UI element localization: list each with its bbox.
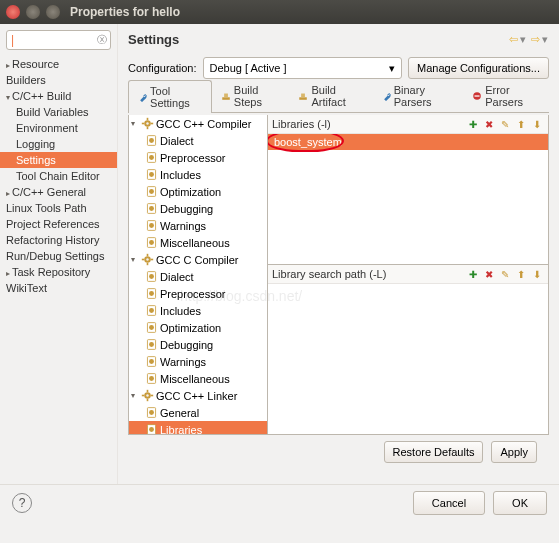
filter-input[interactable]: | ⓧ	[6, 30, 111, 50]
tool-item-debugging[interactable]: Debugging	[129, 200, 267, 217]
category-tree[interactable]: ResourceBuildersC/C++ BuildBuild Variabl…	[0, 56, 117, 296]
settings-pane: Settings ⇦▾ ⇨▾ Configuration: Debug [ Ac…	[118, 24, 559, 484]
page-icon	[145, 168, 158, 181]
page-icon	[145, 270, 158, 283]
page-icon	[145, 202, 158, 215]
libraries-list[interactable]: boost_system	[268, 134, 548, 264]
clear-icon[interactable]: ⓧ	[97, 33, 107, 47]
tool-item-warnings[interactable]: Warnings	[129, 353, 267, 370]
tool-item-gcc-c-linker[interactable]: ▾GCC C++ Linker	[129, 387, 267, 404]
restore-defaults-button[interactable]: Restore Defaults	[384, 441, 484, 463]
tool-item-libraries[interactable]: Libraries	[129, 421, 267, 435]
tab-binary-parsers[interactable]: Binary Parsers	[372, 79, 464, 112]
tool-item-optimization[interactable]: Optimization	[129, 319, 267, 336]
up-icon[interactable]: ⬆	[514, 267, 528, 281]
window-title: Properties for hello	[70, 5, 180, 19]
page-icon	[145, 304, 158, 317]
tab-tool-settings[interactable]: Tool Settings	[128, 80, 212, 113]
nav-item-refactoring-history[interactable]: Refactoring History	[0, 232, 117, 248]
delete-icon[interactable]: ✖	[482, 117, 496, 131]
nav-item-wikitext[interactable]: WikiText	[0, 280, 117, 296]
tool-item-dialect[interactable]: Dialect	[129, 132, 267, 149]
add-icon[interactable]: ✚	[466, 267, 480, 281]
tool-item-preprocessor[interactable]: Preprocessor	[129, 149, 267, 166]
nav-item-c-c-general[interactable]: C/C++ General	[0, 184, 117, 200]
delete-icon[interactable]: ✖	[482, 267, 496, 281]
tool-item-debugging[interactable]: Debugging	[129, 336, 267, 353]
library-search-path-panel: Library search path (-L) ✚✖✎⬆⬇	[268, 265, 548, 434]
svg-rect-3	[302, 93, 306, 97]
svg-point-11	[146, 122, 148, 124]
svg-rect-30	[151, 259, 153, 261]
tool-item-preprocessor[interactable]: Preprocessor	[129, 285, 267, 302]
tab-build-steps[interactable]: Build Steps	[212, 79, 290, 112]
library-search-path-list[interactable]	[268, 284, 548, 434]
cancel-button[interactable]: Cancel	[413, 491, 485, 515]
manage-configurations-button[interactable]: Manage Configurations...	[408, 57, 549, 79]
nav-item-run-debug-settings[interactable]: Run/Debug Settings	[0, 248, 117, 264]
edit-icon[interactable]: ✎	[498, 267, 512, 281]
configuration-value: Debug [ Active ]	[210, 62, 287, 74]
nav-item-settings[interactable]: Settings	[0, 152, 117, 168]
page-icon	[145, 355, 158, 368]
nav-item-tool-chain-editor[interactable]: Tool Chain Editor	[0, 168, 117, 184]
build-icon	[221, 90, 231, 102]
svg-rect-10	[151, 123, 153, 125]
edit-icon[interactable]: ✎	[498, 117, 512, 131]
tool-item-optimization[interactable]: Optimization	[129, 183, 267, 200]
tool-item-miscellaneous[interactable]: Miscellaneous	[129, 234, 267, 251]
nav-item-builders[interactable]: Builders	[0, 72, 117, 88]
tool-settings-tree[interactable]: ▾GCC C++ CompilerDialectPreprocessorIncl…	[128, 115, 268, 435]
svg-point-39	[149, 325, 154, 330]
nav-item-task-repository[interactable]: Task Repository	[0, 264, 117, 280]
down-icon[interactable]: ⬇	[530, 267, 544, 281]
down-icon[interactable]: ⬇	[530, 117, 544, 131]
tool-item-miscellaneous[interactable]: Miscellaneous	[129, 370, 267, 387]
svg-point-17	[149, 172, 154, 177]
tool-item-dialect[interactable]: Dialect	[129, 268, 267, 285]
back-icon[interactable]: ⇦	[509, 33, 518, 45]
configuration-select[interactable]: Debug [ Active ] ▾	[203, 57, 403, 79]
svg-rect-8	[147, 127, 149, 129]
library-search-path-title: Library search path (-L)	[272, 268, 386, 280]
maximize-icon[interactable]	[46, 5, 60, 19]
text-cursor: |	[11, 33, 14, 47]
svg-rect-9	[142, 123, 144, 125]
nav-item-build-variables[interactable]: Build Variables	[0, 104, 117, 120]
nav-item-linux-tools-path[interactable]: Linux Tools Path	[0, 200, 117, 216]
forward-icon[interactable]: ⇨	[531, 33, 540, 45]
nav-item-resource[interactable]: Resource	[0, 56, 117, 72]
nav-item-logging[interactable]: Logging	[0, 136, 117, 152]
page-icon	[145, 321, 158, 334]
ok-button[interactable]: OK	[493, 491, 547, 515]
svg-point-25	[149, 240, 154, 245]
nav-item-environment[interactable]: Environment	[0, 120, 117, 136]
list-item[interactable]: boost_system	[268, 134, 548, 150]
svg-point-45	[149, 376, 154, 381]
help-icon[interactable]: ?	[12, 493, 32, 513]
close-icon[interactable]	[6, 5, 20, 19]
tab-bar[interactable]: Tool SettingsBuild StepsBuild ArtifactBi…	[128, 89, 549, 113]
tab-error-parsers[interactable]: Error Parsers	[463, 79, 549, 112]
page-icon	[145, 287, 158, 300]
tab-build-artifact[interactable]: Build Artifact	[289, 79, 371, 112]
minimize-icon[interactable]	[26, 5, 40, 19]
libraries-panel: Libraries (-l) ✚✖✎⬆⬇ boost_system	[268, 115, 548, 265]
tool-icon	[381, 90, 391, 102]
add-icon[interactable]: ✚	[466, 117, 480, 131]
tool-item-gcc-c-compiler[interactable]: ▾GCC C Compiler	[129, 251, 267, 268]
page-icon	[145, 236, 158, 249]
tool-item-gcc-c-compiler[interactable]: ▾GCC C++ Compiler	[129, 115, 267, 132]
tool-item-includes[interactable]: Includes	[129, 166, 267, 183]
up-icon[interactable]: ⬆	[514, 117, 528, 131]
svg-point-53	[149, 410, 154, 415]
err-icon	[472, 90, 482, 102]
svg-rect-1	[224, 93, 228, 97]
page-nav-arrows[interactable]: ⇦▾ ⇨▾	[508, 33, 549, 46]
tool-item-warnings[interactable]: Warnings	[129, 217, 267, 234]
apply-button[interactable]: Apply	[491, 441, 537, 463]
nav-item-project-references[interactable]: Project References	[0, 216, 117, 232]
tool-item-general[interactable]: General	[129, 404, 267, 421]
nav-item-c-c-build[interactable]: C/C++ Build	[0, 88, 117, 104]
tool-item-includes[interactable]: Includes	[129, 302, 267, 319]
